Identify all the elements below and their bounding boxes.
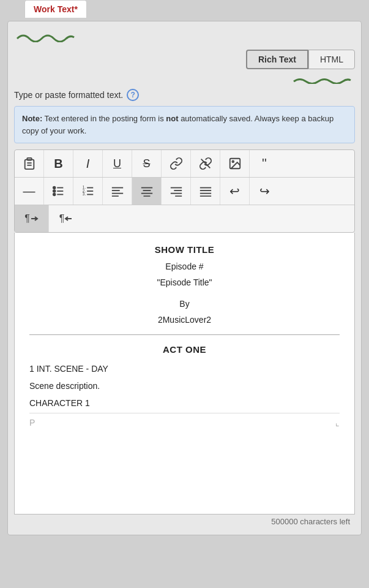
hr-button[interactable]: — [15, 178, 44, 205]
quote-button[interactable]: " [250, 150, 279, 177]
strikethrough-button[interactable]: S [132, 150, 162, 177]
ordered-list-button[interactable]: 1. 2. 3. [73, 178, 103, 205]
episode-title: "Episode Title" [29, 276, 340, 289]
episode-number: Episode # [29, 260, 340, 273]
scene-heading: 1 INT. SCENE - DAY [29, 362, 340, 375]
hint-text: Type or paste formatted text. [14, 90, 123, 100]
undo-button[interactable]: ↩ [220, 178, 250, 205]
p-placeholder: P [29, 416, 335, 429]
image-button[interactable] [220, 150, 250, 177]
note-prefix: Note: [22, 114, 42, 123]
toolbar-row-1: B I U S [15, 150, 354, 178]
mode-button-group: Rich Text HTML [246, 50, 355, 69]
note-body: Text entered in the posting form is [42, 114, 166, 123]
svg-point-10 [53, 190, 55, 192]
editor-input-row: P ⌞ [29, 413, 340, 429]
svg-point-6 [232, 160, 234, 162]
rtl-button[interactable]: ¶​ [49, 205, 83, 232]
squiggle-right-decoration [14, 75, 355, 84]
outer-container: Work Text* Rich Text HTML Type or paste … [0, 0, 369, 588]
svg-point-8 [53, 187, 55, 189]
resize-handle[interactable]: ⌞ [335, 416, 340, 429]
toolbar: B I U S [14, 149, 355, 233]
link-button[interactable] [162, 150, 191, 177]
svg-text:3.: 3. [82, 192, 86, 196]
italic-button[interactable]: I [73, 150, 103, 177]
ltr-button[interactable]: ¶​ [15, 205, 49, 232]
editor-area[interactable]: SHOW TITLE Episode # "Episode Title" By … [14, 233, 355, 514]
char-count: 500000 characters left [14, 514, 355, 529]
redo-button[interactable]: ↪ [250, 178, 279, 205]
note-box: Note: Text entered in the posting form i… [14, 106, 355, 143]
html-button[interactable]: HTML [308, 50, 355, 69]
rich-text-button[interactable]: Rich Text [246, 50, 308, 69]
main-panel: Rich Text HTML Type or paste formatted t… [7, 21, 362, 535]
by-label: By [29, 297, 340, 311]
align-center-button[interactable] [132, 178, 162, 205]
section-divider [29, 334, 340, 335]
toolbar-row-3: ¶​ ¶​ [15, 205, 354, 232]
unordered-list-button[interactable] [44, 178, 73, 205]
svg-line-4 [201, 159, 210, 168]
toolbar-row-2: — 1. 2. 3. [15, 178, 354, 205]
underline-button[interactable]: U [103, 150, 132, 177]
tab-label: Work Text* [24, 0, 87, 18]
note-bold-word: not [166, 114, 178, 123]
help-icon[interactable]: ? [127, 89, 139, 101]
align-justify-button[interactable] [191, 178, 220, 205]
align-right-button[interactable] [162, 178, 191, 205]
squiggle-decoration [14, 30, 75, 42]
show-title: SHOW TITLE [29, 243, 340, 257]
act-heading: ACT ONE [29, 342, 340, 357]
unlink-button[interactable] [191, 150, 220, 177]
align-left-button[interactable] [103, 178, 132, 205]
author-name: 2MusicLover2 [29, 313, 340, 326]
svg-rect-1 [24, 160, 34, 170]
hint-row: Type or paste formatted text. ? [14, 89, 355, 101]
bold-button[interactable]: B [44, 150, 73, 177]
paste-button[interactable] [15, 150, 44, 177]
scene-description: Scene description. [29, 379, 340, 393]
character-name: CHARACTER 1 [29, 396, 340, 410]
svg-point-12 [53, 194, 55, 196]
